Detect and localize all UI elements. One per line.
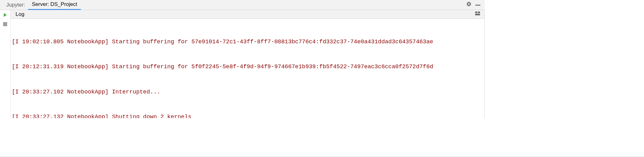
svg-rect-0 [475,12,477,13]
content-area: Log [I 19:02:10.805 NotebookApp] Startin… [11,10,485,118]
minimize-icon[interactable] [475,4,480,6]
stop-icon[interactable] [3,22,7,26]
log-content[interactable]: [I 19:02:10.805 NotebookApp] Starting bu… [11,19,484,118]
panel-header: Jupyter: Server: DS_Project [0,0,485,10]
log-tab-title[interactable]: Log [16,11,24,17]
play-icon[interactable] [3,12,8,19]
log-line: [I 20:33:27.132 NotebookApp] Shutting do… [12,113,484,118]
log-line: [I 19:02:10.805 NotebookApp] Starting bu… [12,38,484,46]
svg-rect-1 [478,12,480,13]
gutter [0,10,11,118]
layout-icon[interactable] [475,11,484,17]
log-line: [I 20:12:31.319 NotebookApp] Starting bu… [12,63,484,71]
main-area: Log [I 19:02:10.805 NotebookApp] Startin… [0,10,485,118]
gear-icon[interactable] [466,1,472,8]
log-line: [I 20:33:27.102 NotebookApp] Interrupted… [12,88,484,97]
log-header: Log [11,10,484,19]
header-icons [466,1,485,8]
tab-server[interactable]: Server: DS_Project [28,0,81,10]
svg-rect-2 [475,14,480,15]
panel-title: Jupyter: [3,2,28,8]
